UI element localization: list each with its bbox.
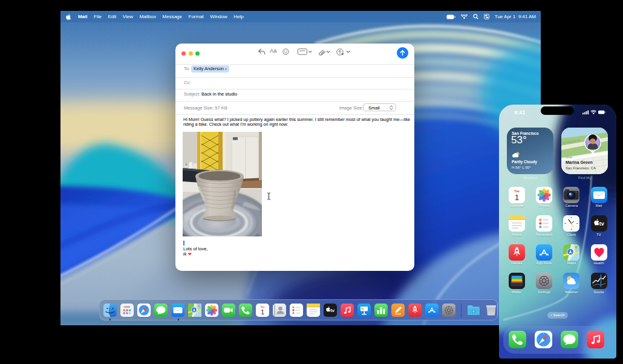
svg-text:San Francisco, CA: San Francisco, CA <box>566 166 596 170</box>
svg-text:1: 1 <box>514 192 519 201</box>
svg-text:tv: tv <box>330 308 334 313</box>
svg-text:1: 1 <box>261 308 264 316</box>
svg-text:Marina Green: Marina Green <box>566 160 593 164</box>
svg-text:tv: tv <box>599 221 604 227</box>
svg-text:Now: Now <box>566 155 572 159</box>
